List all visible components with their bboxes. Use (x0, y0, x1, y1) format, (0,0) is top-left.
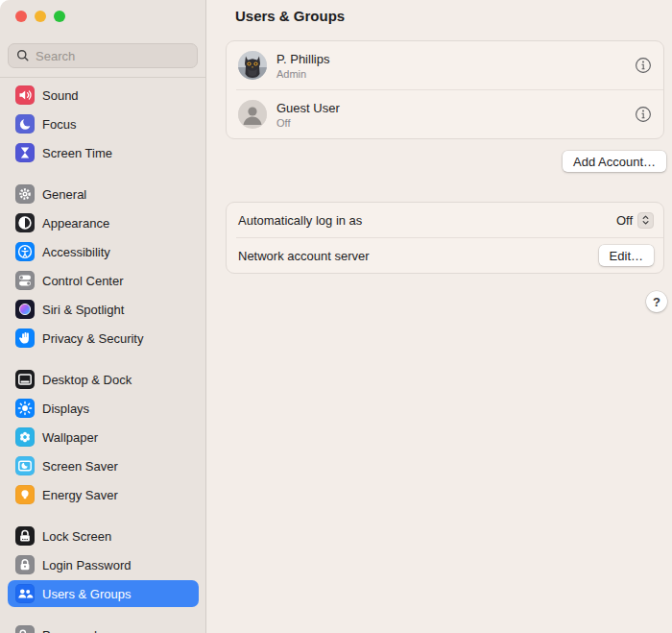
popup-value: Off (616, 213, 633, 228)
sidebar: SoundFocusScreen TimeGeneralAppearanceAc… (0, 0, 206, 633)
chevron-up-down-icon (637, 212, 654, 229)
sidebar-item-label: Siri & Spotlight (42, 303, 124, 317)
info-icon[interactable] (635, 57, 652, 74)
accessibility-icon (15, 242, 35, 261)
privacy-icon (15, 329, 35, 348)
sidebar-item-displays[interactable]: Displays (8, 395, 199, 422)
sidebar-group: Desktop & DockDisplaysWallpaperScreen Sa… (8, 366, 199, 508)
sidebar-item-screen-saver[interactable]: Screen Saver (8, 452, 199, 479)
sidebar-divider (0, 77, 205, 78)
sidebar-item-lock-screen[interactable]: Lock Screen (8, 523, 199, 549)
sidebar-item-general[interactable]: General (8, 181, 199, 207)
sidebar-item-accessibility[interactable]: Accessibility (8, 238, 199, 265)
siri-icon (15, 300, 35, 319)
sidebar-item-label: Passwords (42, 628, 104, 633)
sidebar-item-label: Screen Saver (42, 459, 118, 474)
passwords-icon (15, 625, 35, 633)
focus-icon (15, 114, 35, 134)
sidebar-item-label: Appearance (42, 216, 109, 231)
owl-avatar (238, 51, 267, 80)
sidebar-item-label: Sound (42, 88, 79, 103)
wallpaper-icon (15, 427, 35, 447)
sidebar-item-desktop-dock[interactable]: Desktop & Dock (8, 366, 199, 393)
user-row[interactable]: P. PhillipsAdmin (227, 41, 663, 89)
sidebar-item-label: Wallpaper (42, 430, 98, 445)
sidebar-item-label: Control Center (42, 274, 124, 288)
sidebar-item-users-groups[interactable]: Users & Groups (8, 580, 199, 607)
sidebar-item-label: Displays (42, 402, 89, 416)
info-icon[interactable] (635, 106, 652, 123)
setting-row: Automatically log in asOff (227, 203, 663, 237)
sidebar-group: GeneralAppearanceAccessibilityControl Ce… (8, 181, 199, 352)
sidebar-item-label: Screen Time (42, 146, 112, 160)
sidebar-item-label: Accessibility (42, 245, 110, 259)
guest-avatar (238, 100, 267, 129)
system-settings-window: SoundFocusScreen TimeGeneralAppearanceAc… (0, 0, 672, 633)
sidebar-item-energy-saver[interactable]: Energy Saver (8, 481, 199, 508)
sidebar-item-siri-spotlight[interactable]: Siri & Spotlight (8, 296, 199, 323)
lock-screen-icon (15, 526, 35, 546)
sidebar-item-screen-time[interactable]: Screen Time (8, 139, 199, 166)
search-input[interactable] (8, 43, 198, 68)
setting-label: Network account server (238, 249, 599, 263)
edit-button[interactable]: Edit… (599, 245, 654, 266)
page-title: Users & Groups (235, 8, 345, 24)
sidebar-item-label: General (42, 187, 86, 202)
general-icon (15, 184, 35, 204)
zoom-window-button[interactable] (54, 11, 65, 22)
sidebar-item-label: Energy Saver (42, 488, 118, 502)
control-center-icon (15, 271, 35, 290)
sidebar-nav: SoundFocusScreen TimeGeneralAppearanceAc… (8, 82, 199, 633)
user-texts: P. PhillipsAdmin (276, 52, 625, 80)
appearance-icon (15, 213, 35, 232)
user-detail: Off (276, 117, 625, 129)
sidebar-item-focus[interactable]: Focus (8, 110, 199, 137)
main-panel: Users & Groups P. PhillipsAdminGuest Use… (206, 0, 672, 633)
help-button[interactable]: ? (646, 291, 667, 312)
sidebar-item-label: Lock Screen (42, 529, 111, 544)
sidebar-group: Lock ScreenLogin PasswordUsers & Groups (8, 523, 199, 607)
sidebar-item-control-center[interactable]: Control Center (8, 267, 199, 294)
sidebar-item-label: Desktop & Dock (42, 373, 132, 387)
sidebar-group: Passwords (8, 621, 199, 633)
user-texts: Guest UserOff (276, 101, 625, 129)
automatic-login-popup[interactable]: Off (616, 212, 654, 229)
traffic-lights (15, 11, 65, 22)
energy-saver-icon (15, 485, 35, 504)
user-name: Guest User (276, 101, 625, 115)
desktop-dock-icon (15, 370, 35, 389)
login-password-icon (15, 555, 35, 574)
sidebar-item-sound[interactable]: Sound (8, 82, 199, 109)
close-window-button[interactable] (15, 11, 27, 22)
user-detail: Admin (276, 68, 625, 80)
sidebar-item-appearance[interactable]: Appearance (8, 209, 199, 236)
add-account-button[interactable]: Add Account… (563, 151, 666, 172)
sidebar-item-login-password[interactable]: Login Password (8, 551, 199, 578)
minimize-window-button[interactable] (35, 11, 46, 22)
login-settings-card: Automatically log in asOffNetwork accoun… (226, 202, 664, 274)
sidebar-item-passwords[interactable]: Passwords (8, 621, 199, 633)
sidebar-item-label: Login Password (42, 558, 132, 572)
user-row[interactable]: Guest UserOff (227, 90, 663, 138)
user-name: P. Phillips (276, 52, 625, 66)
users-groups-icon (15, 584, 35, 603)
sidebar-item-label: Privacy & Security (42, 331, 143, 346)
screen-time-icon (15, 143, 35, 162)
displays-icon (15, 399, 35, 418)
setting-row: Network account serverEdit… (227, 238, 663, 273)
sidebar-item-wallpaper[interactable]: Wallpaper (8, 424, 199, 450)
sidebar-group: SoundFocusScreen Time (8, 82, 199, 166)
setting-label: Automatically log in as (238, 213, 616, 228)
sidebar-item-privacy-security[interactable]: Privacy & Security (8, 325, 199, 352)
search-field (8, 43, 198, 68)
sidebar-item-label: Focus (42, 117, 76, 132)
screen-saver-icon (15, 456, 35, 475)
sidebar-item-label: Users & Groups (42, 587, 131, 601)
user-list-card: P. PhillipsAdminGuest UserOff (226, 40, 664, 139)
sound-icon (15, 85, 35, 105)
